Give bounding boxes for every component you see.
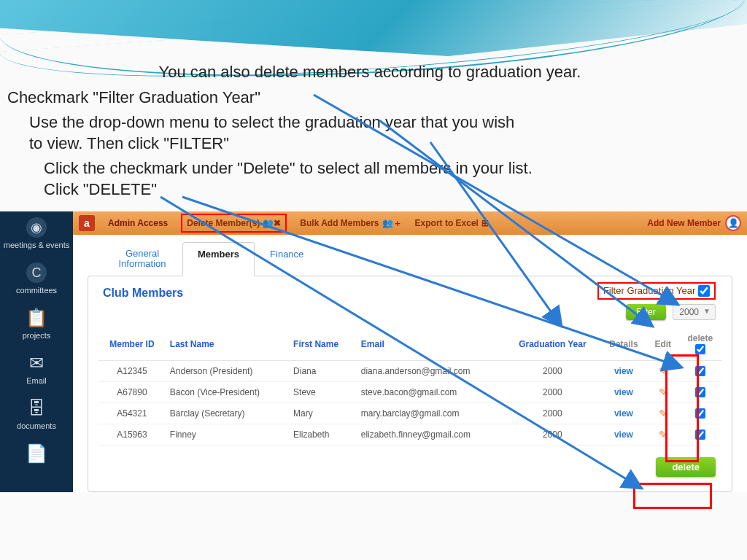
col-member-id[interactable]: Member ID <box>98 327 166 360</box>
mail-icon: ✉ <box>26 353 47 373</box>
col-grad-year[interactable]: Graduation Year <box>505 327 600 360</box>
instruction-line-3: Use the drop-down menu to select the gra… <box>7 112 518 154</box>
filter-graduation-label: Filter Graduation Year <box>603 285 695 296</box>
cell-first-name: Diana <box>289 360 357 381</box>
sidebar-label: committees <box>16 286 57 295</box>
pencil-icon[interactable]: ✎ <box>659 365 667 377</box>
admin-access-label: Admin Access <box>108 218 168 228</box>
cell-last-name: Finney <box>166 424 289 445</box>
cell-email: steve.bacon@gmail.com <box>357 381 505 402</box>
col-delete: delete <box>678 327 721 360</box>
table-row: A15963FinneyElizabethelizabeth.finney@gm… <box>98 424 721 445</box>
cell-last-name: Bacon (Vice-President) <box>166 381 289 402</box>
cell-grad-year: 2000 <box>505 360 600 381</box>
row-delete-checkbox[interactable] <box>695 366 705 376</box>
sidebar-label: projects <box>23 331 51 340</box>
tab-bar: General Information Members Finance <box>102 242 747 276</box>
cell-grad-year: 2000 <box>505 402 600 424</box>
export-label: Export to Excel <box>415 218 479 228</box>
cell-member-id: A54321 <box>98 402 166 424</box>
sidebar-item-meetings[interactable]: ◉meetings & events <box>0 211 73 255</box>
sidebar: ◉meetings & events Ccommittees 📋projects… <box>0 211 73 492</box>
row-delete-checkbox[interactable] <box>695 387 705 397</box>
committees-icon: C <box>26 262 47 283</box>
sidebar-label: documents <box>17 421 56 430</box>
graduation-year-select[interactable]: 2000 <box>673 304 716 320</box>
tab-members[interactable]: Members <box>182 242 255 276</box>
delete-all-checkbox[interactable] <box>695 344 705 354</box>
col-first-name[interactable]: First Name <box>289 327 357 360</box>
delete-button[interactable]: delete <box>656 457 716 477</box>
instruction-title: You can also delete members according to… <box>7 62 732 83</box>
tab-finance[interactable]: Finance <box>255 242 319 276</box>
cell-first-name: Steve <box>289 381 357 402</box>
app-badge: a <box>79 215 95 231</box>
bulk-add-label: Bulk Add Members <box>300 218 379 228</box>
tab-general-info[interactable]: General Information <box>102 242 182 276</box>
view-link[interactable]: view <box>614 387 633 397</box>
user-plus-icon: 👥＋ <box>382 217 402 230</box>
col-email[interactable]: Email <box>357 327 505 360</box>
user-remove-icon: 👥✖ <box>263 218 281 228</box>
cell-last-name: Barclay (Secretary) <box>166 402 289 424</box>
sidebar-item-projects[interactable]: 📋projects <box>0 302 73 346</box>
sidebar-item-documents[interactable]: 🗄documents <box>0 392 73 436</box>
sidebar-item-page[interactable]: 📄 <box>0 438 73 472</box>
row-delete-checkbox[interactable] <box>695 429 705 440</box>
cell-member-id: A67890 <box>98 381 166 402</box>
cell-last-name: Anderson (President) <box>166 360 289 381</box>
app-screenshot: ◉meetings & events Ccommittees 📋projects… <box>0 211 747 492</box>
delete-members-button[interactable]: Delete Member(s)👥✖ <box>181 214 287 233</box>
sidebar-label: meetings & events <box>4 241 70 249</box>
pencil-icon[interactable]: ✎ <box>659 386 667 398</box>
cell-grad-year: 2000 <box>505 381 600 402</box>
add-new-member-button[interactable]: Add New Member👤 <box>647 215 741 231</box>
delete-members-label: Delete Member(s) <box>187 218 260 228</box>
main-area: a Admin Access Delete Member(s)👥✖ Bulk A… <box>73 211 747 492</box>
instruction-line-2: Checkmark "Filter Graduation Year" <box>7 88 732 109</box>
cell-first-name: Elizabeth <box>289 424 357 445</box>
clipboard-icon: 📋 <box>26 308 47 328</box>
sidebar-label: Email <box>26 376 47 385</box>
excel-icon: ⊞ <box>481 218 489 228</box>
cell-member-id: A12345 <box>98 360 166 381</box>
col-details: Details <box>600 327 647 360</box>
view-link[interactable]: view <box>614 408 633 419</box>
pencil-icon[interactable]: ✎ <box>659 429 667 440</box>
filter-button[interactable]: Filter <box>626 304 666 320</box>
members-panel: Club Members Filter Graduation Year Filt… <box>88 276 732 492</box>
table-row: A67890Bacon (Vice-President)Stevesteve.b… <box>98 381 721 402</box>
cell-email: mary.barclay@gmail.com <box>357 402 505 424</box>
add-new-label: Add New Member <box>647 218 721 228</box>
cell-first-name: Mary <box>289 402 357 424</box>
sidebar-item-committees[interactable]: Ccommittees <box>0 257 73 300</box>
cell-member-id: A15963 <box>98 424 166 445</box>
view-link[interactable]: view <box>614 429 633 440</box>
cell-grad-year: 2000 <box>505 424 600 445</box>
sidebar-item-email[interactable]: ✉Email <box>0 347 73 391</box>
bulk-add-button[interactable]: Bulk Add Members👥＋ <box>300 217 401 230</box>
table-row: A12345Anderson (President)Dianadiana.and… <box>98 360 721 381</box>
row-delete-checkbox[interactable] <box>695 408 705 419</box>
pencil-icon[interactable]: ✎ <box>659 408 667 419</box>
view-link[interactable]: view <box>614 366 633 376</box>
members-table: Member ID Last Name First Name Email Gra… <box>98 327 721 446</box>
filter-graduation-checkbox[interactable] <box>698 285 710 297</box>
cell-email: elizabeth.finney@gmail.com <box>357 424 505 445</box>
cabinet-icon: 🗄 <box>26 398 47 419</box>
instruction-block: You can also delete members according to… <box>0 0 747 201</box>
cell-email: diana.anderson@gmail.com <box>357 360 505 381</box>
instruction-line-4: Click the checkmark under "Delete" to se… <box>7 158 562 200</box>
export-excel-button[interactable]: Export to Excel⊞ <box>415 218 489 228</box>
col-last-name[interactable]: Last Name <box>166 327 289 360</box>
col-edit: Edit <box>647 327 678 360</box>
user-add-icon: 👤 <box>725 215 741 231</box>
filter-controls: Filter Graduation Year Filter 2000 <box>597 282 716 321</box>
page-icon: 📄 <box>26 443 47 464</box>
table-row: A54321Barclay (Secretary)Marymary.barcla… <box>98 402 721 424</box>
admin-toolbar: a Admin Access Delete Member(s)👥✖ Bulk A… <box>73 211 747 235</box>
